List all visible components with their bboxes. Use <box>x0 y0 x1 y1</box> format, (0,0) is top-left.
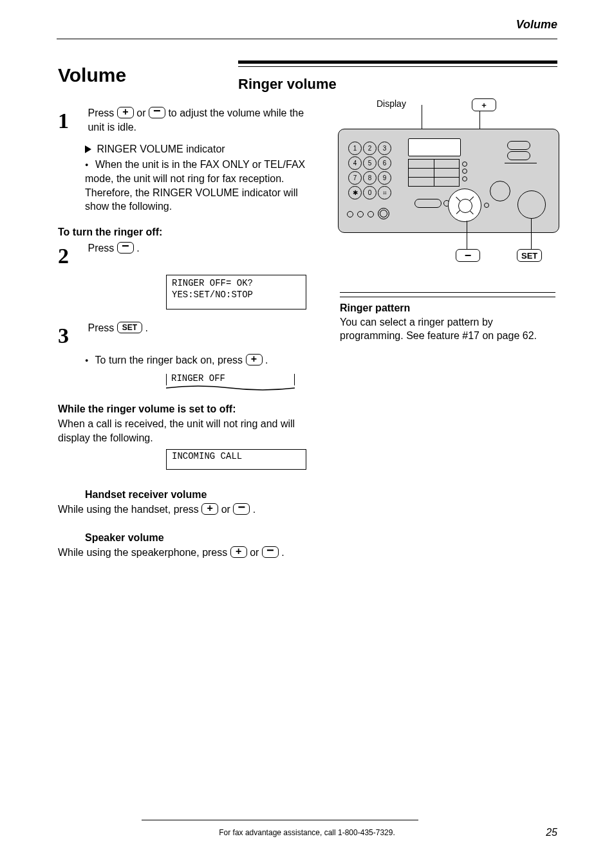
lcd-display: INCOMING CALL <box>166 449 306 470</box>
speaker-heading: Speaker volume <box>85 531 315 545</box>
handset-body-b: or <box>221 504 234 515</box>
step-1-sub-a: RINGER VOLUME indicator <box>97 143 225 154</box>
step-3-bullet: To turn the ringer back on, press <box>95 355 246 365</box>
plus-icon: + <box>246 354 263 365</box>
callout-plus: + <box>472 98 496 111</box>
handset-body-c: . <box>253 504 256 515</box>
set-button-label: SET <box>117 322 142 333</box>
handset-heading: Handset receiver volume <box>85 488 315 502</box>
minus-icon: − <box>149 107 165 118</box>
minus-icon: − <box>117 242 134 254</box>
speaker-body-b: or <box>250 547 262 558</box>
speaker-body-a: While using the speakerphone, press <box>58 547 230 558</box>
page-number: 25 <box>546 827 557 838</box>
panel-button-large <box>517 190 546 219</box>
step-2-text-a: Press <box>88 243 116 254</box>
off-heading: To turn the ringer off: <box>58 225 315 239</box>
step-3-bullet-end: . <box>265 355 268 365</box>
note-block: Ringer pattern You can select a ringer p… <box>340 292 555 343</box>
top-rule <box>57 39 557 39</box>
step-2: 2 Press − . RINGER OFF= OK? YES:SET/NO:S… <box>58 241 315 309</box>
step-2-number: 2 <box>58 241 85 271</box>
subtitle: Ringer volume <box>238 76 337 93</box>
speaker-body-c: . <box>281 547 284 558</box>
panel-button-small <box>490 181 510 201</box>
plus-icon: + <box>117 107 134 118</box>
plus-icon: + <box>230 546 247 558</box>
step-3-number: 3 <box>58 321 85 351</box>
callout-minus: − <box>456 249 480 262</box>
note-body: You can select a ringer pattern by progr… <box>340 315 555 343</box>
control-panel-diagram: Display + 123 456 789 ✱0⌗ <box>338 100 560 267</box>
step-1-number: 1 <box>58 106 85 136</box>
step-1-sub-b: When the unit is in the FAX ONLY or TEL/… <box>85 159 305 212</box>
footer-rule <box>142 820 418 820</box>
right-arrow-icon <box>85 145 94 153</box>
ringer-off-indicator: RINGER OFF <box>166 374 295 391</box>
subtitle-rule-thin <box>238 66 557 67</box>
note-heading: Ringer pattern <box>340 297 555 315</box>
section-title: Volume <box>58 64 126 86</box>
step-2-text-b: . <box>136 243 139 254</box>
footer-text: For fax advantage assistance, call 1-800… <box>0 828 614 837</box>
step-1-text-a: Press <box>88 107 116 118</box>
while-off-text: When a call is received, the unit will n… <box>58 417 315 445</box>
lcd-mini <box>408 138 461 156</box>
step-3-text-b: . <box>145 322 148 333</box>
minus-icon: − <box>262 546 279 558</box>
keypad: 123 456 789 ✱0⌗ <box>348 141 392 200</box>
minus-icon: − <box>233 503 250 515</box>
svg-marker-0 <box>85 145 91 153</box>
step-3: 3 Press SET . To turn the ringer back on… <box>58 321 315 390</box>
handset-body-a: While using the handset, press <box>58 504 201 515</box>
callout-set: SET <box>517 249 542 262</box>
running-head: Volume <box>0 18 557 32</box>
callout-display: Display <box>377 98 406 109</box>
subtitle-rule-thick <box>238 60 557 64</box>
nav-knob <box>448 189 481 222</box>
lcd-display: RINGER OFF= OK? YES:SET/NO:STOP <box>166 275 306 309</box>
step-3-text-a: Press <box>88 322 116 333</box>
plus-icon: + <box>201 503 218 515</box>
while-off-heading: While the ringer volume is set to off: <box>58 402 315 416</box>
aux-buttons <box>345 208 389 220</box>
one-touch-keys <box>408 159 460 187</box>
step-1: 1 Press + or − to adjust the volume whil… <box>58 106 315 214</box>
step-1-text-b: or <box>136 107 149 118</box>
